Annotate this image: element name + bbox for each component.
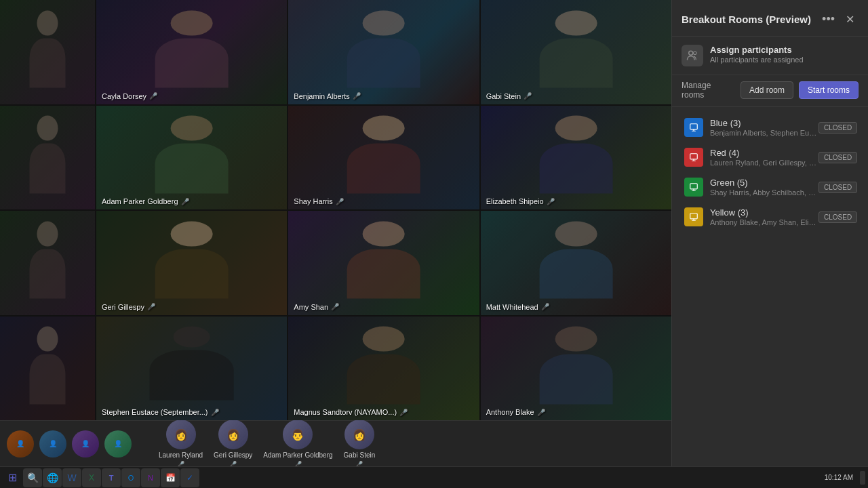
name-tag-elizabeth: Elizabeth Shipeio 🎤: [486, 197, 555, 205]
taskbar-search[interactable]: 🔍: [23, 468, 42, 487]
svg-point-1: [694, 52, 697, 55]
assign-row: Assign participants All participants are…: [682, 45, 859, 66]
start-rooms-button[interactable]: Start rooms: [799, 81, 859, 99]
assign-section: Assign participants All participants are…: [672, 37, 868, 75]
video-cell-shay: Shay Harris 🎤: [288, 106, 479, 210]
mic-icon-shay: 🎤: [336, 198, 344, 205]
room-name-red: Red (4): [710, 148, 818, 158]
taskbar-participant-geri[interactable]: 👩 Geri Gillespy 🎤: [210, 420, 256, 466]
room-item-blue[interactable]: Blue (3) Benjamin Alberts, Stephen Eusta…: [675, 113, 865, 142]
video-cell-cayla: Cayla Dorsey 🎤: [96, 0, 287, 104]
room-info-green: Green (5) Shay Harris, Abby Schilbach, M…: [710, 178, 818, 197]
assign-text: Assign participants All participants are…: [710, 45, 804, 64]
taskbar-left-avatar-3[interactable]: 👤: [72, 430, 99, 458]
room-participants-yellow: Anthony Blake, Amy Shan, Eliza...: [710, 218, 818, 226]
windows-taskbar: ⊞ 🔍 🌐 W X T O N 📅 ✓ 10:12 AM: [0, 466, 868, 488]
taskbar-left-avatar-2[interactable]: 👤: [39, 430, 66, 458]
video-cell-geri: Geri Gillespy 🎤: [96, 211, 287, 315]
manage-label: Manage rooms: [682, 81, 735, 100]
system-time: 10:12 AM: [825, 474, 853, 481]
svg-point-0: [689, 51, 693, 55]
mic-lauren: 🎤: [177, 461, 184, 466]
avatar-gabi-taskbar: 👩: [344, 420, 374, 449]
mic-icon-adam: 🎤: [181, 198, 189, 205]
panel-header: Breakout Rooms (Preview) ••• ✕: [672, 0, 868, 37]
video-cell-side-4: [0, 317, 95, 421]
video-cell-stephen: Stephen Eustace (September...) 🎤: [96, 317, 287, 421]
name-tag-matt: Matt Whitehead 🎤: [486, 303, 549, 311]
room-badge-blue: CLOSED: [818, 122, 857, 134]
name-tag-anthony: Anthony Blake 🎤: [486, 408, 545, 416]
room-item-green[interactable]: Green (5) Shay Harris, Abby Schilbach, M…: [675, 172, 865, 202]
room-badge-green: CLOSED: [818, 182, 857, 193]
taskbar-participant-adam[interactable]: 👨 Adam Parker Goldberg 🎤: [259, 420, 336, 466]
room-badge-yellow: CLOSED: [818, 211, 857, 223]
avatar-adam-taskbar: 👨: [283, 420, 313, 449]
name-tag-geri: Geri Gillespy 🎤: [102, 303, 155, 311]
room-icon-blue: [684, 118, 703, 137]
panel-close-button[interactable]: ✕: [842, 12, 859, 27]
mic-icon-matt: 🎤: [541, 303, 549, 310]
name-tag-adam: Adam Parker Goldberg 🎤: [102, 197, 189, 205]
avatar-geri-taskbar: 👩: [218, 420, 248, 449]
name-tag-shay: Shay Harris 🎤: [294, 197, 343, 205]
room-participants-red: Lauren Ryland, Geri Gillespy, Bry...: [710, 159, 818, 167]
room-item-red[interactable]: Red (4) Lauren Ryland, Geri Gillespy, Br…: [675, 142, 865, 172]
assign-subtitle: All participants are assigned: [710, 56, 804, 64]
video-cell-amy: Amy Shan 🎤: [288, 211, 479, 315]
mic-gabi-taskbar: 🎤: [355, 461, 363, 466]
taskbar-word[interactable]: W: [62, 468, 81, 487]
system-time-area: 10:12 AM: [825, 474, 853, 481]
panel-more-button[interactable]: •••: [818, 11, 839, 28]
room-name-blue: Blue (3): [710, 118, 818, 128]
name-tag-benjamin: Benjamin Alberts 🎤: [294, 92, 361, 100]
taskbar-edge[interactable]: 🌐: [43, 468, 62, 487]
room-participants-blue: Benjamin Alberts, Stephen Eusta...: [710, 129, 818, 137]
notification-area[interactable]: [860, 471, 865, 485]
mic-icon-geri: 🎤: [147, 303, 155, 310]
room-icon-yellow: [684, 207, 703, 226]
room-icon-green: [684, 178, 703, 197]
mic-icon-gabi: 🎤: [524, 92, 532, 100]
svg-rect-3: [690, 154, 698, 159]
svg-rect-2: [690, 124, 698, 129]
taskbar-left-avatar-4[interactable]: 👤: [104, 430, 132, 458]
name-tag-stephen: Stephen Eustace (September...) 🎤: [102, 408, 219, 416]
taskbar-teams[interactable]: T: [102, 468, 121, 487]
room-item-yellow[interactable]: Yellow (3) Anthony Blake, Amy Shan, Eliz…: [675, 202, 865, 232]
svg-rect-4: [690, 184, 698, 189]
breakout-panel: Breakout Rooms (Preview) ••• ✕ Assign pa…: [671, 0, 868, 466]
taskbar-todo[interactable]: ✓: [180, 468, 199, 487]
name-tag-magnus: Magnus Sandtorv (NAYAMO...) 🎤: [294, 408, 408, 416]
mic-adam-taskbar: 🎤: [294, 461, 302, 466]
video-grid: Cayla Dorsey 🎤 Benjamin Alberts 🎤 Gabi S…: [0, 0, 671, 420]
mic-icon-benjamin: 🎤: [353, 92, 361, 100]
taskbar-onenote[interactable]: N: [141, 468, 160, 487]
name-tag-cayla: Cayla Dorsey 🎤: [102, 92, 157, 100]
mic-icon-cayla: 🎤: [149, 92, 157, 100]
video-cell-matt: Matt Whitehead 🎤: [481, 211, 671, 315]
taskbar-participant-lauren[interactable]: 👩 Lauren Ryland 🎤: [155, 420, 207, 466]
mic-icon-amy: 🎤: [331, 303, 339, 310]
add-room-button[interactable]: Add room: [741, 81, 793, 99]
room-icon-red: [684, 148, 703, 167]
taskbar-apps: 🔍 🌐 W X T O N 📅 ✓: [23, 468, 199, 487]
main-area: Cayla Dorsey 🎤 Benjamin Alberts 🎤 Gabi S…: [0, 0, 868, 466]
room-badge-red: CLOSED: [818, 152, 857, 163]
taskbar-outlook[interactable]: O: [121, 468, 140, 487]
room-name-yellow: Yellow (3): [710, 207, 818, 218]
taskbar-excel[interactable]: X: [82, 468, 101, 487]
taskbar-participant-gabi[interactable]: 👩 Gabi Stein 🎤: [340, 420, 380, 466]
mic-icon-elizabeth: 🎤: [547, 198, 555, 205]
taskbar-calendar[interactable]: 📅: [161, 468, 180, 487]
windows-start-button[interactable]: ⊞: [3, 468, 22, 487]
manage-row: Manage rooms Add room Start rooms: [672, 75, 868, 107]
taskbar-left-avatar-1[interactable]: 👤: [7, 430, 34, 458]
participant-taskbar: 👤 👤 👤 👤 👩 Lauren Ryland 🎤 👩 Geri Gillesp…: [0, 420, 671, 466]
mic-icon-stephen: 🎤: [211, 409, 219, 416]
video-cell-benjamin: Benjamin Alberts 🎤: [288, 0, 479, 104]
room-list: Blue (3) Benjamin Alberts, Stephen Eusta…: [672, 107, 868, 466]
room-participants-green: Shay Harris, Abby Schilbach, Ma...: [710, 188, 818, 197]
name-tag-amy: Amy Shan 🎤: [294, 303, 339, 311]
svg-rect-5: [690, 214, 698, 219]
